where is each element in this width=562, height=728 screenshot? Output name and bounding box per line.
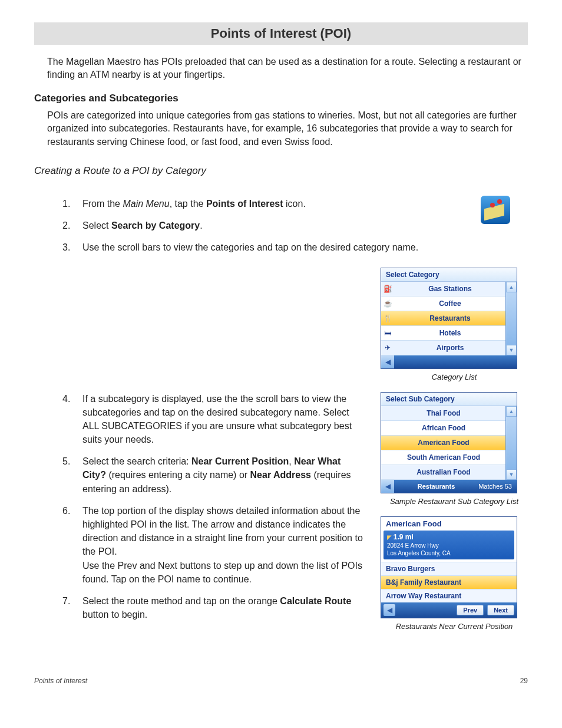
result-addr1: 20824 E Arrow Hwy [387,542,439,549]
section-body-categories: POIs are categorized into unique categor… [47,109,528,149]
footer-category-label: Restaurants [394,483,478,490]
page-title-bar: Points of Interest (POI) [34,22,528,45]
next-button[interactable]: Next [487,605,514,615]
subcat-row-australian[interactable]: Australian Food [381,465,506,480]
gas-pump-icon: ⛽ [381,285,394,293]
result-row-1[interactable]: Bravo Burgers [381,562,517,575]
coffee-icon: ☕ [381,299,394,308]
poi-map-icon [481,196,510,224]
back-button[interactable]: ◀ [381,480,394,493]
scroll-down-icon[interactable]: ▼ [506,469,517,480]
subcat-row-thai[interactable]: Thai Food [381,406,506,421]
screenshot-results: American Food ◤ 1.9 mi 20824 E Arrow Hwy… [381,516,517,619]
screenshot-subcategory-list: Select Sub Category Thai Food African Fo… [381,392,517,493]
scroll-bar[interactable]: ▲ ▼ [505,282,517,355]
result-info-box: ◤ 1.9 mi 20824 E Arrow Hwy Los Angeles C… [384,531,514,560]
step-5: 5. Select the search criteria: Near Curr… [34,454,371,496]
scroll-up-icon[interactable]: ▲ [506,406,517,417]
device-header: Select Category [381,268,517,282]
footer-matches: Matches 53 [478,483,517,490]
page-number: 29 [520,677,528,685]
step-3: 3. Use the scroll bars to view the categ… [34,241,465,254]
page-title: Points of Interest (POI) [34,26,528,41]
category-row-coffee[interactable]: ☕Coffee [381,297,506,311]
result-row-3[interactable]: Arrow Way Restaurant [381,589,517,602]
fork-knife-icon: 🍴 [381,314,394,322]
subcat-row-american[interactable]: American Food [381,436,506,450]
result-row-2[interactable]: B&j Family Restaurant [381,575,517,589]
subcat-row-african[interactable]: African Food [381,421,506,436]
device-header-sub: Select Sub Category [381,393,517,406]
scroll-down-icon[interactable]: ▼ [506,345,517,355]
step-1: 1. From the Main Menu, tap the Points of… [34,197,465,210]
result-title: American Food [381,517,517,531]
back-button[interactable]: ◀ [384,604,395,616]
caption-subcategory-list: Sample Restaurant Sub Category List [381,497,528,506]
scroll-up-icon[interactable]: ▲ [506,282,517,292]
category-row-hotels[interactable]: 🛏Hotels [381,326,506,341]
page-footer: Points of Interest 29 [34,677,528,685]
footer-section-name: Points of Interest [34,677,87,685]
step-6: 6. The top portion of the display shows … [34,504,371,586]
step-4: 4. If a subcategory is displayed, use th… [34,392,371,447]
category-row-gas[interactable]: ⛽Gas Stations [381,282,506,297]
plane-icon: ✈ [381,344,394,352]
result-addr2: Los Angeles County, CA [387,550,451,556]
category-row-restaurants[interactable]: 🍴Restaurants [381,311,506,326]
section-heading-categories: Categories and Subcategories [34,93,528,104]
intro-text: The Magellan Maestro has POIs preloaded … [47,55,528,82]
bed-icon: 🛏 [381,329,394,337]
back-button[interactable]: ◀ [381,355,394,368]
scroll-bar[interactable]: ▲ ▼ [505,406,517,480]
step-2: 2. Select Search by Category. [34,219,465,232]
category-row-airports[interactable]: ✈Airports [381,341,506,355]
result-distance: 1.9 mi [394,533,414,541]
step-7: 7. Select the route method and tap on th… [34,594,371,621]
direction-arrow-icon: ◤ [387,534,392,541]
prev-button[interactable]: Prev [457,605,484,615]
screenshot-category-list: Select Category ⛽Gas Stations ☕Coffee 🍴R… [381,268,517,369]
subheading-create-route: Creating a Route to a POI by Category [34,165,528,177]
caption-results: Restaurants Near Current Position [381,622,528,631]
subcat-row-south-american[interactable]: South American Food [381,450,506,465]
caption-category-list: Category List [381,373,528,381]
